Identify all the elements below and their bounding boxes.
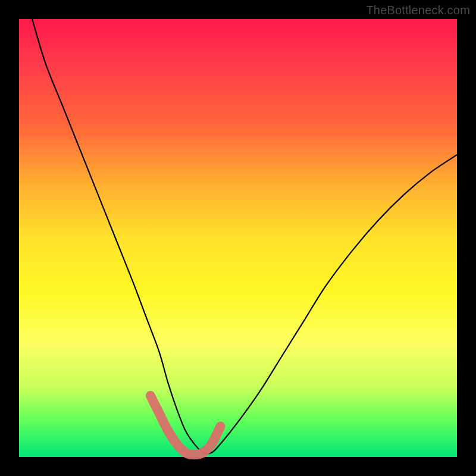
bottleneck-curve [32, 19, 457, 453]
chart-stage: TheBottleneck.com [0, 0, 476, 476]
plot-area [19, 19, 457, 457]
optimal-band-highlight [151, 396, 221, 455]
watermark-text: TheBottleneck.com [366, 4, 470, 17]
chart-svg [19, 19, 457, 457]
